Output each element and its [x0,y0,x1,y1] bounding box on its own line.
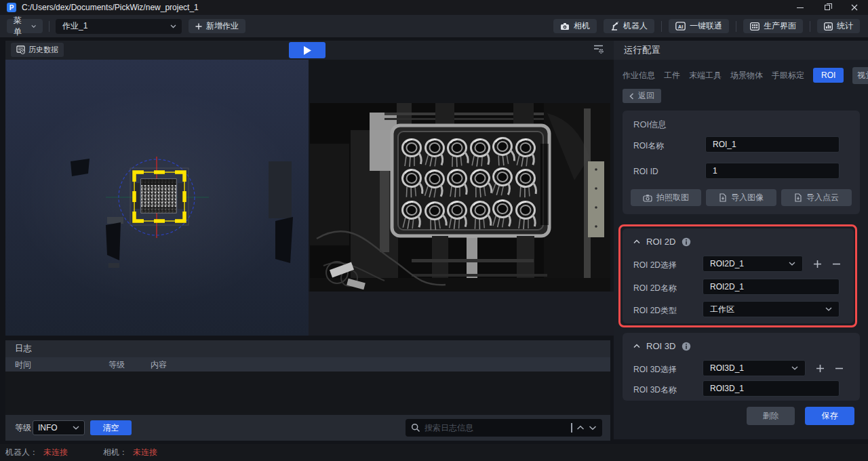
roi-2d-select-value: ROI2D_1 [710,259,744,268]
roi-3d-select[interactable]: ROI3D_1 [703,360,806,376]
robot-status-label: 机器人： [5,447,38,458]
log-col-content: 内容 [151,359,167,371]
divider [571,423,572,433]
roi-3d-name-input[interactable]: ROI3D_1 [703,380,840,397]
chevron-left-icon [629,93,634,100]
save-button[interactable]: 保存 [805,407,854,425]
add-job-label: 新增作业 [206,20,239,32]
log-level-select[interactable]: INFO [33,420,85,435]
import-image-label: 导入图像 [731,192,764,203]
roi-2d-add-button[interactable] [811,256,823,272]
chevron-up-icon collapse-toggle[interactable] [633,239,640,244]
run-config-panel: 运行配置 作业信息 工件 末端工具 场景物体 手眼标定 ROI 视觉参数 返回 … [614,41,868,439]
bar-chart-icon [824,22,833,31]
back-button[interactable]: 返回 [623,89,661,103]
tab-vision-params[interactable]: 视觉参数 [852,67,868,84]
divider [49,21,50,32]
capture-photo-button[interactable]: 拍照取图 [631,189,701,206]
production-ui-button[interactable]: 生产界面 [743,19,803,33]
search-prev-button chevron-up-icon[interactable] [576,425,585,430]
log-clear-button[interactable]: 清空 [90,420,132,435]
chevron-up-icon collapse-toggle[interactable] [633,344,640,348]
import-pointcloud-label: 导入点云 [806,192,839,203]
camera-status-value: 未连接 [133,447,157,458]
chevron-down-icon [31,24,36,28]
info-icon[interactable] [682,237,691,247]
camera-icon [643,194,652,202]
history-data-button[interactable]: 历史数据 [11,43,64,57]
log-body[interactable] [5,372,610,415]
log-column-headers: 时间 等级 内容 [5,357,610,372]
divider [661,21,662,32]
roi-2d-select-label: ROI 2D选择 [633,260,677,271]
grid-icon [750,22,760,31]
roi-name-input[interactable]: ROI_1 [705,136,840,153]
restore-button[interactable] [814,0,841,15]
chevron-down-icon [791,366,798,370]
robot-arm-icon [610,22,619,31]
filter-settings-icon [593,44,604,54]
tab-job-info[interactable]: 作业信息 [623,70,655,81]
log-search-box[interactable] [406,419,602,437]
log-title: 日志 [5,340,610,357]
roi-2d-select[interactable]: ROI2D_1 [703,256,803,272]
status-bar: 机器人： 未连接 相机： 未连接 [0,444,868,461]
camera-button-label: 相机 [574,20,590,32]
tab-scene-object[interactable]: 场景物体 [730,70,763,81]
menu-bar: 菜单 作业_1 新增作业 相机 机器人 [0,15,868,37]
main-menu-button[interactable]: 菜单 [7,19,43,33]
search-next-button chevron-down-icon[interactable] [589,425,597,430]
ai-icon: AI [675,22,686,31]
minus-icon [835,364,844,373]
title-bar: P C:/Users/dex/Documents/PickWiz/new_pro… [0,0,868,15]
roi-3d-card: ROI 3D ROI 3D选择 ROI3D_1 ROI 3D名称 ROI3D_1 [623,333,860,401]
robot-button[interactable]: 机器人 [604,19,654,33]
tab-roi[interactable]: ROI [813,68,844,83]
roi-2d-card: ROI 2D ROI 2D选择 ROI2D_1 ROI 2D名称 ROI2D_1… [623,228,854,323]
roi-3d-remove-button[interactable] [833,360,845,376]
tab-hand-eye-calib[interactable]: 手眼标定 [772,70,804,81]
roi-2d-name-value: ROI2D_1 [710,282,744,292]
log-level-label: 等级 [15,422,31,434]
roi-2d-type-value: 工作区 [710,304,734,315]
plus-icon [195,23,202,30]
close-button[interactable] [841,0,868,15]
roi-name-label: ROI名称 [633,140,664,152]
roi-3d-select-label: ROI 3D选择 [633,364,677,376]
roi-2d-type-select[interactable]: 工作区 [703,301,840,317]
roi-name-value: ROI_1 [713,140,736,149]
run-button[interactable] [289,42,326,58]
roi-2d-type-label: ROI 2D类型 [633,305,677,317]
tab-workpiece[interactable]: 工件 [664,70,680,81]
log-search-input[interactable] [425,423,567,433]
roi-2d-title: ROI 2D [646,237,675,247]
camera-button[interactable]: 相机 [553,19,597,33]
roi-info-title: ROI信息 [633,119,667,131]
log-level-value: INFO [38,423,58,433]
minimize-button[interactable] [787,0,814,15]
point-cloud-3d-viewer[interactable] [5,60,309,336]
back-label: 返回 [638,90,654,102]
minimize-icon [797,7,804,8]
statistics-button[interactable]: 统计 [817,19,860,33]
roi-3d-name-label: ROI 3D名称 [633,384,677,396]
job-select[interactable]: 作业_1 [56,19,182,34]
info-icon[interactable] [682,342,691,351]
import-image-button[interactable]: 导入图像 [706,189,776,206]
add-job-button[interactable]: 新增作业 [189,19,245,33]
view-settings-button[interactable] [593,44,604,57]
import-file-icon [719,193,727,202]
delete-button[interactable]: 删除 [747,407,795,425]
roi-id-input[interactable]: 1 [705,163,840,179]
divider [810,21,810,32]
roi-3d-title: ROI 3D [646,341,675,351]
roi-2d-name-input[interactable]: ROI2D_1 [703,279,840,295]
import-pointcloud-button[interactable]: 导入点云 [781,189,852,206]
tab-end-tool[interactable]: 末端工具 [689,70,722,81]
roi-2d-remove-button[interactable] [830,256,842,272]
one-key-connect-button[interactable]: AI 一键联通 [669,19,729,33]
camera-2d-viewer[interactable] [309,60,614,336]
restore-icon [825,5,830,10]
roi-3d-add-button[interactable] [814,360,826,376]
statistics-label: 统计 [837,20,853,32]
